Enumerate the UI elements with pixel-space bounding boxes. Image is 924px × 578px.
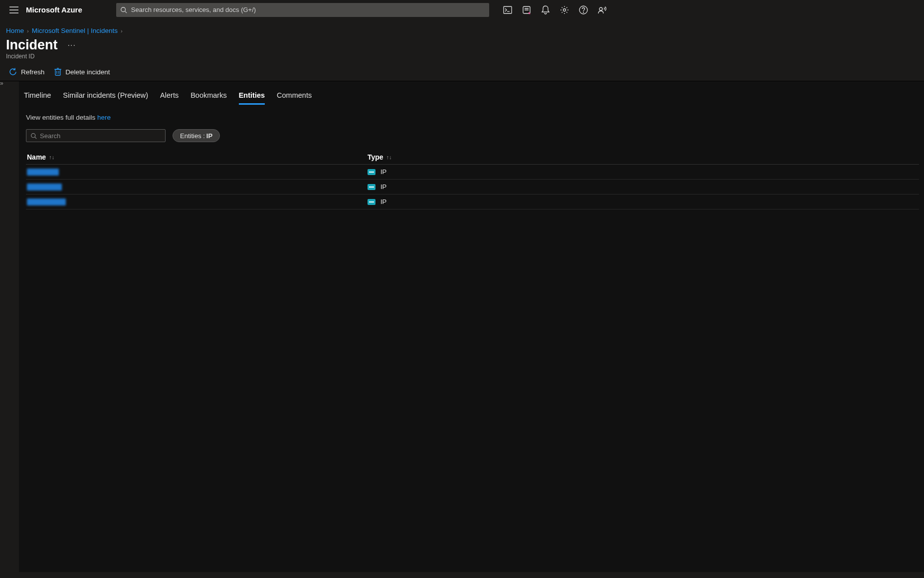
delete-label: Delete incident (65, 68, 110, 76)
tab-bookmarks[interactable]: Bookmarks (190, 89, 227, 104)
command-bar: Refresh Delete incident (0, 65, 924, 81)
entity-name-redacted (27, 169, 59, 176)
svg-point-10 (583, 12, 584, 12)
ip-icon (368, 199, 375, 205)
page-subtitle: Incident ID (0, 53, 924, 65)
refresh-icon (9, 68, 17, 76)
more-menu-icon[interactable]: ··· (68, 41, 76, 50)
sort-icon: ↑↓ (386, 154, 392, 160)
entity-type: IP (380, 183, 386, 191)
svg-point-17 (31, 133, 35, 137)
entity-type: IP (380, 168, 386, 176)
breadcrumb: Home › Microsoft Sentinel | Incidents › (0, 20, 924, 35)
entities-table: Name ↑↓ Type ↑↓ IP (26, 150, 919, 209)
ip-icon (368, 169, 375, 175)
column-header-type[interactable]: Type ↑↓ (368, 153, 919, 161)
entity-search[interactable] (26, 129, 166, 142)
entities-hint-link[interactable]: here (97, 114, 111, 121)
refresh-label: Refresh (21, 68, 44, 76)
search-icon (120, 6, 127, 13)
filter-value: IP (206, 132, 212, 140)
refresh-button[interactable]: Refresh (9, 68, 44, 76)
entity-search-input[interactable] (40, 132, 161, 140)
ip-icon (368, 184, 375, 190)
tab-comments[interactable]: Comments (277, 89, 312, 104)
page-title: Incident (6, 37, 58, 53)
search-icon (30, 133, 37, 139)
breadcrumb-home[interactable]: Home (6, 27, 24, 34)
chevron-right-icon: › (121, 28, 123, 34)
svg-rect-5 (504, 6, 512, 13)
svg-point-3 (121, 7, 126, 11)
global-search[interactable] (116, 3, 489, 17)
breadcrumb-sentinel[interactable]: Microsoft Sentinel | Incidents (32, 27, 118, 34)
tab-alerts[interactable]: Alerts (160, 89, 179, 104)
entity-type: IP (380, 198, 386, 205)
settings-icon[interactable] (555, 0, 574, 20)
tab-similar-incidents[interactable]: Similar incidents (Preview) (63, 89, 148, 104)
tabs: Timeline Similar incidents (Preview) Ale… (19, 81, 924, 105)
cloud-shell-icon[interactable] (498, 0, 517, 20)
filter-label: Entities : (180, 132, 205, 140)
svg-point-8 (563, 8, 566, 11)
delete-button[interactable]: Delete incident (54, 68, 110, 76)
brand-label[interactable]: Microsoft Azure (26, 5, 82, 14)
expand-panel-handle[interactable]: » (0, 80, 5, 87)
table-row[interactable]: IP (26, 194, 919, 209)
chevron-right-icon: › (27, 28, 29, 34)
table-row[interactable]: IP (26, 165, 919, 180)
svg-rect-12 (55, 69, 60, 75)
entity-name-redacted (27, 198, 66, 205)
tab-timeline[interactable]: Timeline (24, 89, 51, 104)
hamburger-menu[interactable] (4, 0, 24, 20)
tab-entities[interactable]: Entities (239, 89, 265, 104)
top-icons (498, 0, 612, 20)
notifications-icon[interactable] (536, 0, 555, 20)
entity-name-redacted (27, 184, 62, 191)
table-header: Name ↑↓ Type ↑↓ (26, 150, 919, 165)
global-search-input[interactable] (131, 6, 485, 13)
top-bar: Microsoft Azure (0, 0, 616, 20)
svg-line-18 (35, 137, 36, 138)
content-panel: Timeline Similar incidents (Preview) Ale… (19, 81, 924, 572)
page-title-row: Incident ··· (0, 35, 924, 53)
entity-type-filter[interactable]: Entities : IP (173, 129, 220, 142)
entities-panel: View entities full details here Entities… (19, 105, 924, 209)
entities-hint-text: View entities full details (26, 114, 97, 121)
entities-hint: View entities full details here (26, 114, 919, 121)
help-icon[interactable] (574, 0, 593, 20)
trash-icon (54, 68, 61, 76)
copilot-icon[interactable] (517, 0, 536, 20)
feedback-icon[interactable] (593, 0, 612, 20)
table-row[interactable]: IP (26, 180, 919, 194)
svg-point-11 (599, 7, 602, 10)
column-header-name[interactable]: Name ↑↓ (27, 153, 368, 161)
svg-line-4 (125, 11, 127, 13)
sort-icon: ↑↓ (49, 154, 54, 160)
filters-row: Entities : IP (26, 129, 919, 142)
